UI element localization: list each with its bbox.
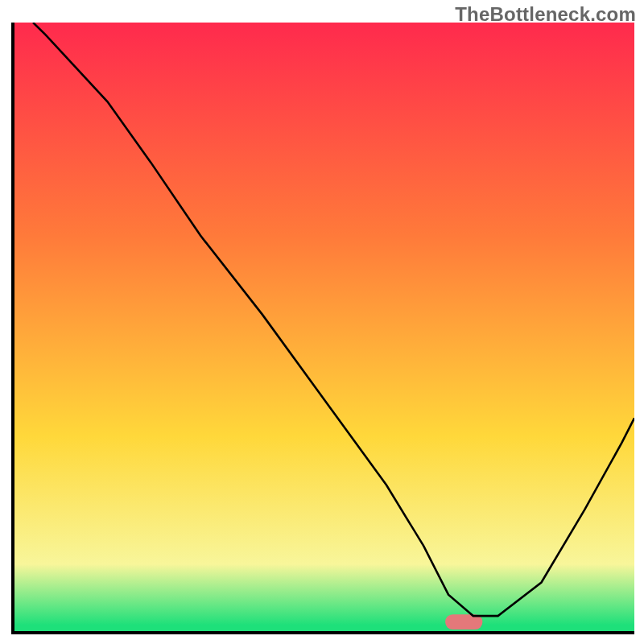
- chart-svg: [14, 23, 634, 631]
- chart-frame: TheBottleneck.com: [0, 0, 644, 644]
- gradient-fill: [14, 23, 634, 631]
- plot-area: [11, 23, 634, 634]
